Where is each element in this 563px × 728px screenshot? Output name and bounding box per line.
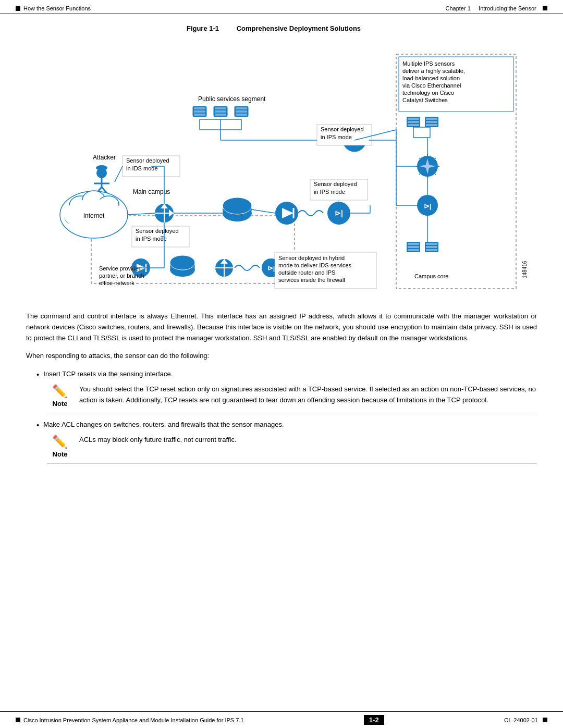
footer-right: OL-24002-01 — [504, 717, 547, 723]
main-content: Figure 1-1 Comprehensive Deployment Solu… — [0, 14, 563, 480]
svg-text:deliver a highly scalable,: deliver a highly scalable, — [402, 68, 465, 74]
svg-rect-17 — [215, 114, 226, 116]
bullet-dot-1: • — [36, 369, 39, 380]
svg-rect-16 — [215, 110, 226, 113]
note-label-2: Note — [53, 450, 68, 458]
svg-text:Sensor deployed: Sensor deployed — [136, 228, 179, 234]
svg-text:in IPS mode: in IPS mode — [321, 134, 352, 140]
svg-rect-21 — [236, 114, 247, 116]
footer-square-right-icon — [543, 718, 547, 722]
header-chapter: Chapter 1 — [445, 5, 470, 11]
page-footer: Cisco Intrusion Prevention System Applia… — [0, 711, 563, 728]
bullet-section-2: • Make ACL changes on switches, routers,… — [26, 419, 537, 464]
footer-doc-num: OL-24002-01 — [504, 717, 538, 723]
svg-rect-20 — [236, 110, 247, 113]
when-responding-text: When responding to attacks, the sensor c… — [26, 351, 537, 362]
diagram-container: Multiple IPS sensors deliver a highly sc… — [31, 39, 532, 301]
page-number: 1-2 — [364, 715, 384, 725]
svg-text:Service provider,: Service provider, — [99, 265, 142, 272]
svg-rect-15 — [215, 107, 226, 109]
svg-text:⊳|: ⊳| — [424, 202, 432, 210]
svg-rect-23 — [408, 118, 419, 120]
svg-text:office network: office network — [99, 280, 134, 286]
note-box-2: ✏️ Note ACLs may block only future traff… — [47, 435, 537, 464]
svg-point-71 — [223, 198, 252, 214]
svg-rect-120 — [408, 249, 419, 251]
footer-center: 1-2 — [364, 716, 384, 724]
body-paragraph1: The command and control interface is alw… — [26, 311, 537, 343]
pencil-icon-1: ✏️ — [52, 384, 68, 399]
svg-rect-12 — [194, 110, 205, 113]
svg-text:services inside the firewall: services inside the firewall — [278, 277, 345, 283]
footer-left: Cisco Intrusion Prevention System Applia… — [16, 717, 244, 723]
svg-text:Catalyst Switches: Catalyst Switches — [402, 97, 448, 103]
header-left: How the Sensor Functions — [16, 5, 91, 11]
svg-rect-19 — [236, 107, 247, 109]
bullet-text-1: Insert TCP resets via the sensing interf… — [43, 369, 173, 380]
svg-text:partner, or branch: partner, or branch — [99, 273, 144, 279]
svg-text:Campus core: Campus core — [414, 273, 448, 279]
svg-point-89 — [170, 255, 195, 270]
footer-doc-title: Cisco Intrusion Prevention System Applia… — [23, 717, 244, 723]
public-services-label: Public services segment — [198, 95, 266, 103]
svg-text:Sensor deployed: Sensor deployed — [314, 181, 357, 187]
header-square-right-icon — [543, 6, 547, 10]
note-icon-col-2: ✏️ Note — [47, 435, 73, 458]
figure-title: Figure 1-1 Comprehensive Deployment Solu… — [26, 24, 537, 32]
bullet-section-1: • Insert TCP resets via the sensing inte… — [26, 369, 537, 413]
svg-rect-122 — [426, 243, 437, 245]
svg-text:⊳|: ⊳| — [335, 209, 343, 217]
header-chapter-title: Introducing the Sensor — [479, 5, 536, 11]
header-square-icon — [16, 6, 20, 11]
figure-number: Figure 1-1 — [187, 24, 219, 32]
page-header: How the Sensor Functions Chapter 1 Intro… — [0, 0, 563, 14]
svg-text:Sensor deployed in hybrid: Sensor deployed in hybrid — [278, 255, 345, 261]
diagram-svg: Multiple IPS sensors deliver a highly sc… — [31, 39, 532, 299]
svg-rect-123 — [426, 246, 437, 248]
svg-text:Sensor deployed: Sensor deployed — [321, 126, 364, 132]
svg-text:mode to deliver IDS services: mode to deliver IDS services — [278, 262, 351, 268]
svg-rect-13 — [194, 114, 205, 116]
pencil-icon-2: ✏️ — [52, 435, 68, 449]
svg-text:148416: 148416 — [522, 261, 528, 278]
svg-rect-28 — [426, 121, 437, 123]
svg-rect-11 — [194, 107, 205, 109]
svg-rect-124 — [426, 249, 437, 251]
svg-text:in IPS mode: in IPS mode — [314, 189, 345, 195]
svg-text:load-balanced solution: load-balanced solution — [402, 75, 460, 81]
svg-rect-118 — [408, 243, 419, 245]
note-label-1: Note — [53, 400, 68, 408]
footer-square-icon — [16, 718, 20, 722]
note-text-2: ACLs may block only future traffic, not … — [79, 435, 537, 446]
bullet-item-1: • Insert TCP resets via the sensing inte… — [36, 369, 537, 380]
svg-rect-25 — [408, 124, 419, 126]
figure-caption: Comprehensive Deployment Solutions — [237, 24, 361, 32]
bullet-dot-2: • — [36, 419, 39, 430]
bullet-item-2: • Make ACL changes on switches, routers,… — [36, 419, 537, 430]
svg-rect-24 — [408, 121, 419, 123]
svg-text:Multiple IPS sensors: Multiple IPS sensors — [402, 60, 455, 67]
svg-text:Internet: Internet — [83, 212, 105, 219]
svg-rect-27 — [426, 118, 437, 120]
svg-rect-29 — [426, 124, 437, 126]
svg-text:⊳|: ⊳| — [267, 264, 275, 272]
svg-rect-119 — [408, 246, 419, 248]
header-section: How the Sensor Functions — [23, 5, 91, 11]
svg-text:Sensor deployed: Sensor deployed — [126, 157, 169, 164]
bullet-text-2: Make ACL changes on switches, routers, a… — [43, 419, 284, 430]
header-right: Chapter 1 Introducing the Sensor — [445, 5, 547, 11]
note-text-1: You should select the TCP reset action o… — [79, 384, 537, 406]
svg-text:technology on Cisco: technology on Cisco — [402, 90, 454, 96]
svg-text:outside router and IPS: outside router and IPS — [278, 269, 335, 276]
svg-point-47 — [96, 165, 107, 170]
note-icon-col-1: ✏️ Note — [47, 384, 73, 408]
svg-text:via Cisco Etherchannel: via Cisco Etherchannel — [402, 82, 461, 89]
svg-text:Attacker: Attacker — [93, 154, 116, 161]
note-box-1: ✏️ Note You should select the TCP reset … — [47, 384, 537, 413]
